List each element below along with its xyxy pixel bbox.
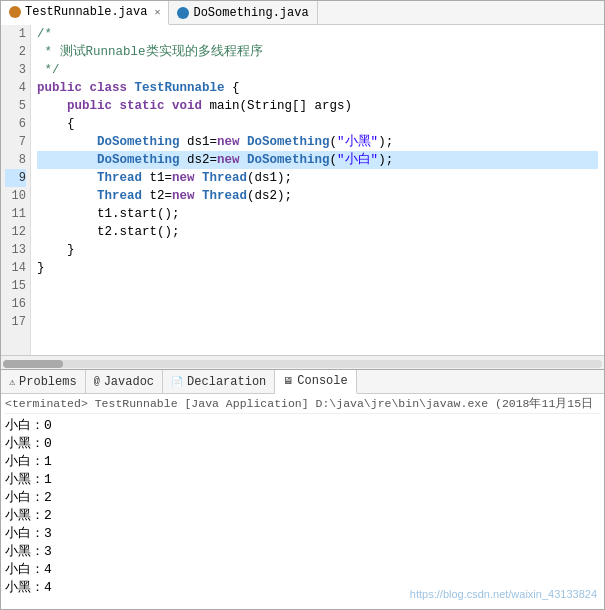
line-number-14: 14 — [5, 259, 26, 277]
panel-tab-tab-declaration[interactable]: 📄Declaration — [163, 370, 275, 393]
editor-tab-bar: TestRunnable.java✕DoSomething.java — [1, 1, 604, 25]
line-numbers: 1234567891011121314151617 — [1, 25, 31, 355]
code-line-2: /* — [37, 25, 598, 43]
code-line-16: } — [37, 259, 598, 277]
code-line-7: { — [37, 115, 598, 133]
tab-label-1: DoSomething.java — [193, 6, 308, 20]
tab-label-0: TestRunnable.java — [25, 5, 147, 19]
code-line-11: Thread t2=new Thread(ds2); — [37, 187, 598, 205]
editor-container: TestRunnable.java✕DoSomething.java 12345… — [0, 0, 605, 370]
watermark: https://blog.csdn.net/waixin_43133824 — [410, 588, 597, 600]
console-line-0: 小白：0 — [5, 417, 600, 435]
panel-tab-bar: ⚠Problems@Javadoc📄Declaration🖥Console — [1, 370, 604, 394]
bottom-panel: ⚠Problems@Javadoc📄Declaration🖥Console <t… — [0, 370, 605, 610]
line-number-13: 13 — [5, 241, 26, 259]
line-number-5: 5 — [5, 97, 26, 115]
app-window: TestRunnable.java✕DoSomething.java 12345… — [0, 0, 605, 610]
line-number-1: 1 — [5, 25, 26, 43]
panel-tab-label-0: Problems — [19, 375, 77, 389]
code-line-9: DoSomething ds2=new DoSomething("小白"); — [37, 151, 598, 169]
code-line-4: */ — [37, 61, 598, 79]
console-line-7: 小黑：3 — [5, 543, 600, 561]
scrollbar-track[interactable] — [3, 360, 602, 368]
line-number-10: 10 — [5, 187, 26, 205]
code-line-10: Thread t1=new Thread(ds1); — [37, 169, 598, 187]
console-line-2: 小白：1 — [5, 453, 600, 471]
panel-tab-icon-2: 📄 — [171, 376, 183, 388]
code-line-3: * 测试Runnable类实现的多线程程序 — [37, 43, 598, 61]
console-output: 小白：0小黑：0小白：1小黑：1小白：2小黑：2小白：3小黑：3小白：4小黑：4 — [5, 417, 600, 597]
code-line-5: public class TestRunnable { — [37, 79, 598, 97]
console-header: <terminated> TestRunnable [Java Applicat… — [5, 396, 600, 414]
editor-tab-1[interactable]: DoSomething.java — [169, 1, 317, 24]
line-number-4: 4 — [5, 79, 26, 97]
console-line-3: 小黑：1 — [5, 471, 600, 489]
line-number-11: 11 — [5, 205, 26, 223]
line-number-7: 7 — [5, 133, 26, 151]
scrollbar-thumb[interactable] — [3, 360, 63, 368]
panel-tab-icon-1: @ — [94, 376, 100, 387]
panel-tab-label-2: Declaration — [187, 375, 266, 389]
code-content[interactable]: /* * 测试Runnable类实现的多线程程序 */public class … — [31, 25, 604, 355]
editor-tab-0[interactable]: TestRunnable.java✕ — [1, 1, 169, 25]
tab-close-0[interactable]: ✕ — [154, 6, 160, 18]
code-line-14: } — [37, 241, 598, 259]
line-number-9: 9 — [5, 169, 26, 187]
tab-icon-1 — [177, 7, 189, 19]
line-number-12: 12 — [5, 223, 26, 241]
panel-tab-label-1: Javadoc — [104, 375, 154, 389]
tab-icon-0 — [9, 6, 21, 18]
panel-tab-icon-0: ⚠ — [9, 376, 15, 388]
line-number-17: 17 — [5, 313, 26, 331]
console-line-1: 小黑：0 — [5, 435, 600, 453]
line-number-8: 8 — [5, 151, 26, 169]
code-line-6: public static void main(String[] args) — [37, 97, 598, 115]
panel-tab-icon-3: 🖥 — [283, 375, 293, 387]
console-area: <terminated> TestRunnable [Java Applicat… — [1, 394, 604, 609]
line-number-15: 15 — [5, 277, 26, 295]
editor-scrollbar[interactable] — [1, 355, 604, 370]
panel-tab-tab-console[interactable]: 🖥Console — [275, 370, 356, 394]
panel-tab-tab-problems[interactable]: ⚠Problems — [1, 370, 86, 393]
panel-tab-label-3: Console — [297, 374, 347, 388]
console-line-4: 小白：2 — [5, 489, 600, 507]
code-line-8: DoSomething ds1=new DoSomething("小黑"); — [37, 133, 598, 151]
code-line-12: t1.start(); — [37, 205, 598, 223]
console-line-8: 小白：4 — [5, 561, 600, 579]
console-line-5: 小黑：2 — [5, 507, 600, 525]
line-number-3: 3 — [5, 61, 26, 79]
console-line-6: 小白：3 — [5, 525, 600, 543]
code-line-13: t2.start(); — [37, 223, 598, 241]
code-area: 1234567891011121314151617 /* * 测试Runnabl… — [1, 25, 604, 355]
line-number-2: 2 — [5, 43, 26, 61]
panel-tab-tab-javadoc[interactable]: @Javadoc — [86, 370, 163, 393]
line-number-6: 6 — [5, 115, 26, 133]
line-number-16: 16 — [5, 295, 26, 313]
